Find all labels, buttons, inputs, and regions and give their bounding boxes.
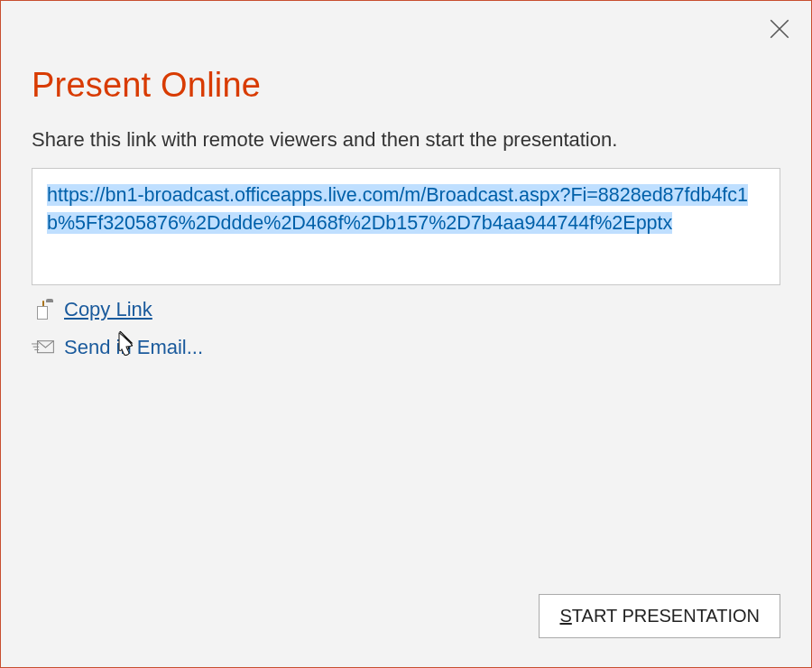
clipboard-icon <box>32 300 55 320</box>
dialog-content: Present Online Share this link with remo… <box>1 1 811 667</box>
send-email-button[interactable]: Send in Email... <box>32 336 780 359</box>
copy-link-button[interactable]: Copy Link <box>32 298 780 321</box>
start-prefix: S <box>559 606 571 626</box>
email-icon <box>32 338 55 357</box>
start-presentation-button[interactable]: START PRESENTATION <box>539 594 780 638</box>
dialog-title: Present Online <box>32 66 780 105</box>
send-email-label: Send in Email... <box>64 336 203 359</box>
instruction-text: Share this link with remote viewers and … <box>32 128 780 152</box>
actions-list: Copy Link Send in Email... <box>32 298 780 359</box>
copy-link-label: Copy Link <box>64 298 152 321</box>
share-link-box[interactable]: https://bn1-broadcast.officeapps.live.co… <box>32 168 780 285</box>
start-suffix: TART PRESENTATION <box>572 606 760 626</box>
share-link-text[interactable]: https://bn1-broadcast.officeapps.live.co… <box>47 184 748 234</box>
